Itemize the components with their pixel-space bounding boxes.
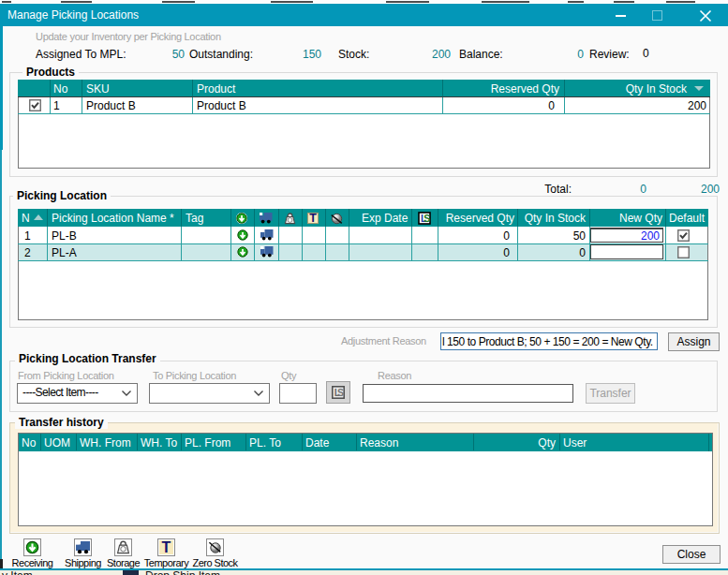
svg-text:T: T [309, 213, 317, 224]
svg-text:S: S [337, 387, 344, 398]
svg-text:S: S [423, 213, 430, 224]
